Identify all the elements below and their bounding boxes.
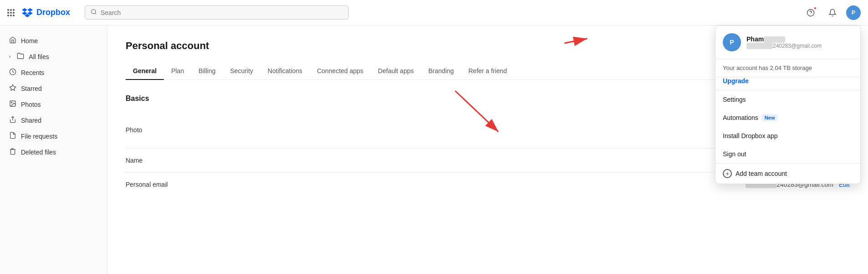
search-input[interactable] — [101, 9, 343, 16]
star-icon — [9, 84, 16, 93]
sidebar-item-starred[interactable]: Starred — [0, 80, 107, 96]
automations-menu-item[interactable]: Automations New — [716, 109, 860, 127]
sidebar-item-label: Deleted files — [21, 149, 56, 156]
shared-icon — [9, 116, 16, 125]
tab-refer-a-friend[interactable]: Refer a friend — [461, 63, 514, 80]
settings-menu-item[interactable]: Settings — [716, 90, 860, 109]
sidebar-item-photos[interactable]: Photos — [0, 96, 107, 112]
install-dropbox-menu-item[interactable]: Install Dropbox app — [716, 127, 860, 145]
automations-label: Automations — [723, 114, 758, 121]
help-dot — [813, 6, 817, 10]
app-wrapper: Dropbox — [0, 0, 868, 274]
sidebar-item-label: Home — [21, 37, 38, 45]
dropdown-avatar: P — [723, 33, 741, 51]
help-button[interactable] — [802, 5, 819, 21]
logo[interactable]: Dropbox — [22, 8, 70, 17]
dropdown-user-name: Pham ■■■■■■ — [746, 35, 853, 43]
nav-icons: P — [802, 5, 861, 21]
search-icon — [91, 9, 97, 16]
sidebar: Home › All files Recents Starred — [0, 25, 107, 274]
sidebar-item-label: File requests — [21, 133, 57, 140]
notifications-button[interactable] — [824, 5, 841, 21]
user-avatar-button[interactable]: P — [846, 5, 861, 20]
dropdown-user-email: ■■■■■■■■240283@gmail.com — [746, 43, 853, 49]
upgrade-link[interactable]: Upgrade — [716, 77, 860, 90]
svg-point-0 — [91, 10, 96, 14]
sidebar-item-home[interactable]: Home — [0, 33, 107, 49]
chevron-icon: › — [9, 54, 10, 59]
tab-branding[interactable]: Branding — [421, 63, 461, 80]
dropdown-user-info: Pham ■■■■■■ ■■■■■■■■240283@gmail.com — [746, 35, 853, 49]
tab-security[interactable]: Security — [223, 63, 261, 80]
photos-icon — [9, 100, 16, 109]
tab-plan[interactable]: Plan — [164, 63, 191, 80]
sidebar-item-file-requests[interactable]: File requests — [0, 128, 107, 144]
tab-billing[interactable]: Billing — [191, 63, 223, 80]
folder-icon — [17, 52, 24, 61]
user-dropdown-menu: P Pham ■■■■■■ ■■■■■■■■240283@gmail.com Y… — [715, 25, 861, 184]
email-label: Personal email — [126, 181, 198, 188]
sidebar-item-shared[interactable]: Shared — [0, 112, 107, 128]
add-team-label: Add team account — [736, 170, 787, 177]
dropdown-header: P Pham ■■■■■■ ■■■■■■■■240283@gmail.com — [716, 26, 860, 59]
dropdown-storage-text: Your account has 2.04 TB storage — [716, 59, 860, 77]
tab-general[interactable]: General — [126, 63, 164, 80]
file-requests-icon — [9, 132, 16, 140]
sidebar-item-label: Photos — [21, 101, 41, 108]
sidebar-item-label: All files — [29, 53, 49, 60]
svg-marker-5 — [10, 85, 15, 90]
dropbox-icon — [22, 8, 33, 17]
top-nav: Dropbox — [0, 0, 868, 25]
sidebar-item-label: Shared — [21, 117, 41, 124]
sidebar-item-recents[interactable]: Recents — [0, 65, 107, 80]
add-team-menu-item[interactable]: + Add team account — [716, 164, 860, 184]
svg-line-1 — [95, 13, 96, 15]
plus-circle-icon: + — [723, 169, 732, 178]
logo-text: Dropbox — [36, 8, 70, 17]
sidebar-item-label: Starred — [21, 85, 42, 92]
tab-notifications[interactable]: Notifications — [260, 63, 310, 80]
tab-connected-apps[interactable]: Connected apps — [310, 63, 371, 80]
sidebar-item-all-files[interactable]: › All files — [0, 49, 107, 65]
photo-label: Photo — [126, 126, 198, 134]
grid-icon[interactable] — [7, 9, 15, 16]
sidebar-item-deleted-files[interactable]: Deleted files — [0, 144, 107, 160]
search-bar[interactable] — [85, 5, 349, 20]
home-icon — [9, 36, 16, 45]
svg-point-7 — [11, 102, 12, 103]
name-label: Name — [126, 157, 198, 164]
clock-icon — [9, 68, 16, 77]
trash-icon — [9, 148, 16, 156]
new-badge: New — [762, 114, 778, 121]
sidebar-item-label: Recents — [21, 69, 44, 76]
sign-out-menu-item[interactable]: Sign out — [716, 145, 860, 163]
tab-default-apps[interactable]: Default apps — [371, 63, 421, 80]
